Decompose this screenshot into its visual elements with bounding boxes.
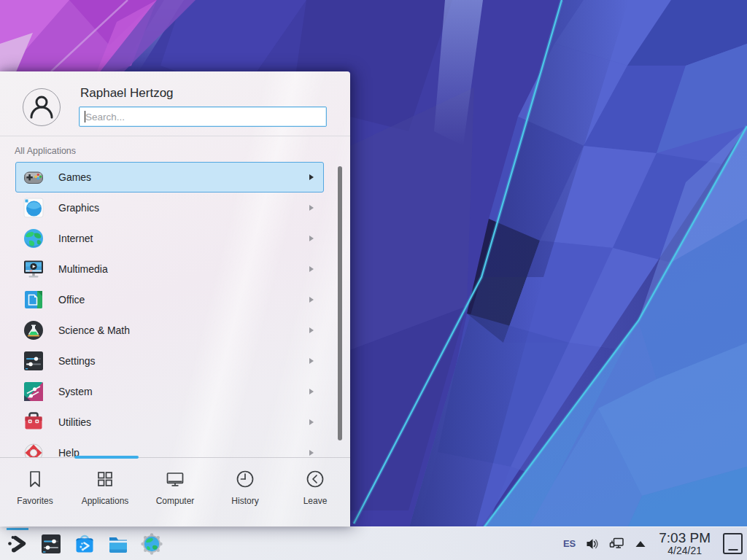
tab-label: Computer: [156, 496, 195, 506]
app-category-utilities[interactable]: Utilities: [15, 407, 324, 438]
graphics-icon: [22, 196, 45, 219]
header-separator: [0, 136, 350, 136]
discover-icon[interactable]: [73, 532, 96, 556]
section-label: All Applications: [15, 146, 76, 156]
leave-icon: [304, 468, 326, 490]
chevron-right-icon: [309, 297, 314, 303]
text-caret: [85, 111, 85, 122]
show-desktop-button[interactable]: [723, 533, 743, 554]
chevron-right-icon: [309, 389, 314, 394]
office-icon: [22, 288, 45, 311]
app-category-label: Settings: [58, 355, 96, 367]
chevron-right-icon: [309, 450, 314, 456]
file-manager-icon[interactable]: [107, 532, 130, 556]
app-category-internet[interactable]: Internet: [15, 223, 324, 254]
web-browser-icon[interactable]: [140, 532, 163, 556]
app-category-system[interactable]: System: [15, 376, 324, 407]
chevron-right-icon: [309, 327, 314, 333]
help-icon: [22, 441, 45, 457]
volume-icon[interactable]: [585, 537, 600, 551]
applications-icon: [94, 468, 116, 490]
chevron-right-icon: [309, 205, 314, 211]
chevron-right-icon: [309, 174, 314, 180]
settings-icon: [22, 349, 45, 373]
computer-icon: [164, 468, 186, 490]
app-category-label: Multimedia: [58, 263, 108, 275]
footer-separator: [0, 457, 350, 458]
app-category-label: Utilities: [58, 416, 91, 428]
app-category-label: System: [58, 386, 93, 397]
app-category-label: Office: [58, 294, 85, 306]
tab-leave[interactable]: Leave: [280, 468, 350, 506]
tab-label: Leave: [303, 496, 328, 506]
clock-time: 7:03 PM: [659, 531, 711, 545]
app-category-list: Games Graphics: [15, 162, 324, 457]
tab-computer[interactable]: Computer: [140, 468, 210, 506]
app-category-label: Internet: [58, 233, 93, 244]
launcher-header: Raphael Hertzog: [0, 71, 350, 136]
system-tray: ES 7:03 PM 4/24/21: [563, 527, 743, 560]
multimedia-icon: [22, 257, 45, 281]
user-name: Raphael Hertzog: [80, 86, 174, 101]
tab-label: Favorites: [17, 496, 53, 506]
app-category-settings[interactable]: Settings: [15, 346, 324, 376]
taskbar: ES 7:03 PM 4/24/21: [0, 526, 747, 560]
list-scrollbar[interactable]: [338, 166, 342, 440]
chevron-right-icon: [309, 236, 314, 241]
app-category-games[interactable]: Games: [15, 162, 324, 192]
launcher-active-indicator: [7, 528, 28, 530]
favorites-icon: [24, 468, 46, 490]
digital-clock[interactable]: 7:03 PM 4/24/21: [659, 531, 711, 556]
history-icon: [234, 468, 256, 490]
app-category-office[interactable]: Office: [15, 284, 324, 315]
games-icon: [22, 166, 45, 189]
app-category-graphics[interactable]: Graphics: [15, 192, 324, 223]
utilities-icon: [22, 411, 45, 434]
tab-label: Applications: [82, 496, 129, 506]
app-category-science-math[interactable]: Science & Math: [15, 315, 324, 346]
clock-date: 4/24/21: [659, 545, 711, 556]
science-icon: [22, 319, 45, 342]
chevron-right-icon: [309, 266, 314, 272]
chevron-right-icon: [309, 419, 314, 425]
desktop: Raphael Hertzog All Applications: [0, 0, 747, 560]
launcher-footer: Favorites Applications: [0, 457, 350, 526]
caret-up-icon[interactable]: [635, 540, 646, 548]
app-category-multimedia[interactable]: Multimedia: [15, 254, 324, 284]
keyboard-layout-indicator[interactable]: ES: [563, 538, 576, 549]
search-input[interactable]: [79, 106, 327, 127]
tab-label: History: [231, 496, 258, 506]
internet-icon: [22, 227, 45, 250]
network-icon[interactable]: [609, 536, 625, 552]
system-icon: [22, 380, 45, 403]
tab-applications[interactable]: Applications: [70, 468, 140, 506]
system-settings-icon[interactable]: [39, 532, 63, 556]
user-avatar: [23, 88, 61, 126]
app-category-label: Science & Math: [58, 324, 130, 336]
active-tab-indicator: [74, 456, 139, 459]
app-category-help[interactable]: Help: [15, 438, 324, 457]
application-launcher-icon[interactable]: [6, 532, 29, 556]
tab-history[interactable]: History: [210, 468, 280, 506]
application-launcher-popup: Raphael Hertzog All Applications: [0, 71, 350, 526]
person-icon: [26, 91, 58, 123]
tab-favorites[interactable]: Favorites: [0, 468, 70, 506]
chevron-right-icon: [309, 358, 314, 364]
app-category-label: Graphics: [58, 202, 99, 214]
app-category-label: Games: [58, 171, 91, 183]
show-desktop-line: [728, 549, 738, 551]
